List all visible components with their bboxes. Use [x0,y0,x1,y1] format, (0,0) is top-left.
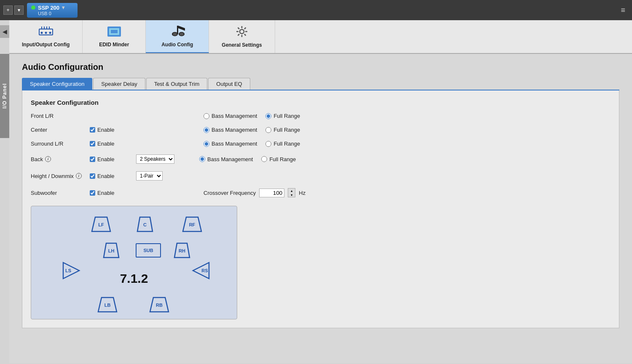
surround-enable-label: Enable [97,141,114,147]
main-content: Audio Configuration Speaker Configuratio… [9,54,632,363]
speaker-lf: LF [90,215,112,233]
speaker-diagram: LF C RF LH [31,206,237,319]
sub-tab-speaker-config[interactable]: Speaker Configuration [22,78,92,90]
tab-audio-config[interactable]: Audio Config [146,20,209,53]
add-button[interactable]: + [3,5,13,15]
center-label: Center [31,127,90,133]
bass-management-label: Bass Management [212,113,257,119]
height-enable-checkbox[interactable] [90,173,95,179]
speaker-rs: RS [191,261,211,280]
back-enable-label: Enable [97,156,114,162]
device-sub: USB 0 [31,11,51,16]
sub-tab-test-output[interactable]: Test & Output Trim [146,78,208,90]
tab-audio-label: Audio Config [161,42,193,48]
tab-general-settings[interactable]: General Settings [209,20,275,53]
subwoofer-enable-area: Enable [90,190,136,196]
back-fullrange-label: Full Range [269,156,296,162]
left-arrow-button[interactable]: ◀ [0,25,9,38]
center-enable-checkbox[interactable] [90,127,95,133]
center-fullrange-radio[interactable] [265,127,271,133]
subwoofer-enable-checkbox[interactable] [90,190,95,196]
svg-point-12 [173,33,177,36]
crossover-up-button[interactable]: ▲ [288,189,295,193]
front-lr-radio-group: Bass Management Full Range [204,113,300,119]
crossover-unit: Hz [299,190,305,196]
device-status-dot [31,5,35,10]
speaker-row-surround: Surround L/R Enable Bass Management Full… [31,141,606,147]
center-fullrange-option[interactable]: Full Range [265,127,300,133]
svg-rect-10 [111,30,118,33]
back-fullrange-radio[interactable] [261,156,267,162]
device-name: SSP 200 ▾ [31,5,64,11]
height-pair-select[interactable]: 1-Pair 2-Pair [136,171,163,181]
rb-icon: RB [148,297,170,313]
device-badge[interactable]: SSP 200 ▾ USB 0 [27,3,78,18]
surround-enable-checkbox[interactable] [90,141,95,146]
center-bass-option[interactable]: Bass Management [204,127,257,133]
dropdown-button[interactable]: ▾ [14,5,24,15]
center-enable-label: Enable [97,127,114,133]
config-label: 7.1.2 [120,271,148,286]
svg-marker-14 [178,26,185,31]
audio-icon [170,25,185,40]
main-tab-bar: Input/Output Config EDID Minder Audio Co… [9,20,632,54]
io-panel-label[interactable]: I/O Panel [0,54,9,138]
svg-text:LS: LS [65,268,71,273]
front-lr-bass-radio[interactable] [204,113,209,119]
crossover-value-input[interactable] [259,189,284,197]
surround-bass-radio[interactable] [204,141,209,147]
front-lr-bass-option[interactable]: Bass Management [204,113,257,119]
speaker-row-subwoofer: Subwoofer Enable Crossover Frequency ▲ ▼… [31,188,606,197]
front-lr-fullrange-radio[interactable] [265,113,271,119]
svg-text:C: C [143,222,147,227]
gear-icon [236,25,248,40]
back-enable-checkbox[interactable] [90,157,95,162]
svg-rect-13 [177,26,178,34]
center-radio-group: Bass Management Full Range [204,127,300,133]
height-info-icon[interactable]: i [76,173,82,179]
back-info-icon[interactable]: i [45,156,51,162]
sub-tab-speaker-delay[interactable]: Speaker Delay [93,78,145,90]
speaker-row-front: Front L/R Bass Management Full Range [31,113,606,119]
hamburger-menu[interactable]: ≡ [617,4,629,16]
crossover-down-button[interactable]: ▼ [288,193,295,197]
rf-icon: RF [181,215,203,233]
lf-icon: LF [90,215,112,233]
back-fullrange-option[interactable]: Full Range [261,156,296,162]
front-lr-label: Front L/R [31,113,90,119]
back-speakers-select[interactable]: 2 Speakers 1 Speaker [136,154,174,164]
surround-fullrange-option[interactable]: Full Range [265,141,300,147]
crossover-spinner: ▲ ▼ [288,188,295,197]
back-enable-area: Enable [90,156,136,162]
tab-edid-minder[interactable]: EDID Minder [83,20,146,53]
back-bass-option[interactable]: Bass Management [199,156,253,162]
center-fullrange-label: Full Range [273,127,300,133]
speaker-row-height: Height / Downmix i Enable 1-Pair 2-Pair [31,171,606,181]
page-title: Audio Configuration [22,62,619,72]
edid-icon [107,26,122,40]
lb-icon: LB [96,297,118,313]
svg-point-16 [179,33,184,36]
ls-icon: LS [62,261,81,280]
height-label: Height / Downmix i [31,173,90,179]
speaker-sub: SUB [136,243,161,258]
sub-tab-output-eq[interactable]: Output EQ [208,78,250,90]
surround-fullrange-label: Full Range [273,141,300,147]
svg-point-7 [49,32,51,34]
center-bass-radio[interactable] [204,127,209,133]
surround-bass-option[interactable]: Bass Management [204,141,257,147]
svg-line-25 [238,34,239,36]
svg-text:LH: LH [108,248,115,253]
device-dropdown-arrow[interactable]: ▾ [62,5,64,11]
io-icon [38,26,54,40]
speaker-rb: RB [148,297,170,313]
surround-fullrange-radio[interactable] [265,141,271,147]
speaker-rh: RH [173,241,191,259]
back-bass-radio[interactable] [199,156,205,162]
svg-text:RB: RB [156,303,163,308]
height-enable-area: Enable [90,173,136,179]
surround-radio-group: Bass Management Full Range [204,141,300,147]
speaker-ls: LS [62,261,81,280]
tab-input-output[interactable]: Input/Output Config [9,20,83,53]
front-lr-fullrange-option[interactable]: Full Range [265,113,300,119]
